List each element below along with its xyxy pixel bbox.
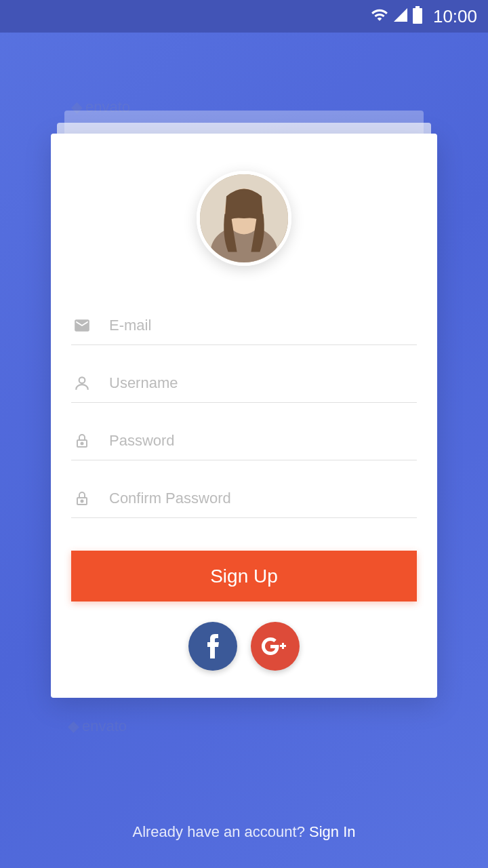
signup-card: Sign Up [51, 134, 437, 698]
facebook-button[interactable] [188, 622, 237, 671]
social-row [71, 622, 417, 671]
confirm-password-row [71, 479, 417, 518]
confirm-password-field[interactable] [109, 490, 417, 507]
email-icon [71, 315, 93, 336]
password-field[interactable] [109, 432, 417, 450]
svg-point-9 [81, 500, 83, 502]
footer: Already have an account? Sign In [0, 823, 488, 841]
googleplus-button[interactable] [251, 622, 300, 671]
username-row [71, 364, 417, 403]
password-row [71, 422, 417, 460]
signup-button[interactable]: Sign Up [71, 551, 417, 601]
avatar[interactable] [197, 171, 291, 266]
signin-link[interactable]: Sign In [309, 823, 356, 840]
lock-icon [71, 488, 93, 509]
email-row [71, 307, 417, 345]
footer-prompt: Already have an account? [132, 823, 309, 840]
svg-point-7 [81, 443, 83, 445]
lock-icon [71, 430, 93, 452]
email-field[interactable] [109, 317, 417, 334]
username-field[interactable] [109, 374, 417, 392]
svg-point-5 [79, 377, 85, 383]
person-icon [71, 372, 93, 394]
